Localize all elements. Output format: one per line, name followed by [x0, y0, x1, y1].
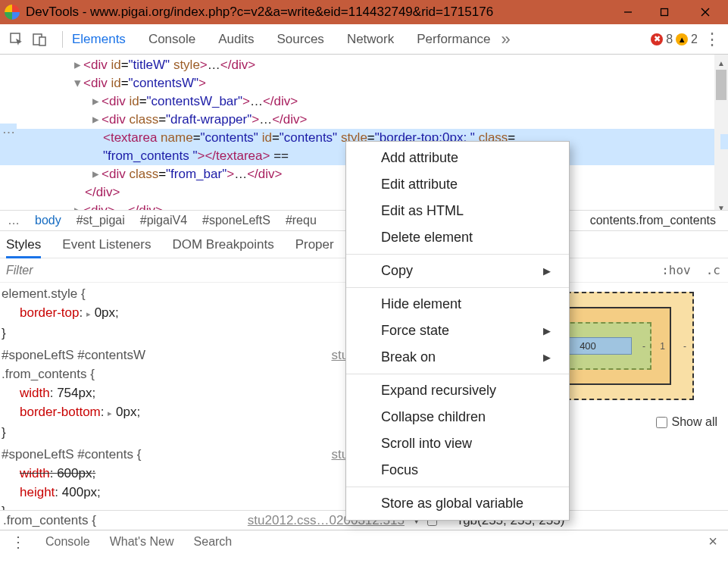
- elements-scrollbar[interactable]: ▲ ▼: [714, 55, 728, 210]
- context-menu-item[interactable]: Edit as HTML: [346, 198, 569, 224]
- crumb-item[interactable]: #sponeLeftS: [202, 214, 270, 227]
- tab-performance[interactable]: Performance: [417, 32, 490, 47]
- more-tabs-icon[interactable]: »: [501, 30, 511, 49]
- context-menu-item[interactable]: Copy▶: [346, 258, 569, 284]
- tab-audits[interactable]: Audits: [218, 32, 254, 47]
- context-menu-item[interactable]: Store as global variable: [346, 490, 569, 517]
- subtab-properties[interactable]: Proper: [295, 237, 334, 252]
- show-all-checkbox[interactable]: [656, 417, 667, 428]
- rule-selector[interactable]: element.style {: [2, 286, 86, 301]
- caret-down-icon[interactable]: ▾: [74, 74, 83, 92]
- tab-console[interactable]: Console: [148, 32, 195, 47]
- context-menu-item[interactable]: Force state▶: [346, 318, 569, 344]
- context-menu: Add attributeEdit attributeEdit as HTMLD…: [345, 141, 570, 521]
- subtab-event-listeners[interactable]: Event Listeners: [62, 237, 151, 252]
- drawer-close-icon[interactable]: ×: [708, 533, 717, 550]
- hov-toggle[interactable]: :hov: [654, 263, 698, 277]
- cls-toggle[interactable]: .c: [698, 263, 728, 277]
- context-menu-item[interactable]: Collapse children: [346, 404, 569, 430]
- svg-rect-6: [39, 37, 45, 45]
- crumb-body[interactable]: body: [35, 214, 61, 227]
- crumb-current[interactable]: contents.from_contents: [586, 214, 720, 227]
- context-menu-item[interactable]: Scroll into view: [346, 430, 569, 457]
- crumb-item[interactable]: #pigaiV4: [140, 214, 187, 227]
- context-menu-item[interactable]: Edit attribute: [346, 171, 569, 198]
- show-all-toggle[interactable]: Show all: [656, 415, 717, 429]
- caret-icon[interactable]: ▸: [92, 92, 102, 111]
- scroll-thumb[interactable]: [716, 70, 726, 100]
- tab-sources[interactable]: Sources: [277, 32, 324, 47]
- context-menu-item[interactable]: Delete element: [346, 224, 569, 251]
- close-button[interactable]: [683, 0, 728, 24]
- inspect-icon[interactable]: [8, 30, 26, 48]
- scroll-up-icon[interactable]: ▲: [716, 55, 726, 65]
- warning-icon: ▲: [676, 33, 688, 45]
- box-content: 400: [580, 340, 596, 352]
- tab-elements[interactable]: Elements: [72, 32, 126, 47]
- tab-network[interactable]: Network: [347, 32, 394, 47]
- context-menu-item[interactable]: Add attribute: [346, 145, 569, 171]
- gutter-dots: ⋯: [0, 124, 17, 142]
- devtools-toolbar: Elements Console Audits Sources Network …: [0, 24, 728, 55]
- context-menu-item[interactable]: Break on▶: [346, 344, 569, 371]
- submenu-arrow-icon: ▶: [543, 325, 551, 336]
- breadcrumb-overflow[interactable]: …: [8, 214, 20, 227]
- app-icon: [5, 5, 20, 20]
- drawer-tab-search[interactable]: Search: [194, 535, 233, 549]
- drawer-tabs: ⋮ Console What's New Search ×: [0, 530, 728, 552]
- warning-count: 2: [691, 33, 698, 46]
- context-menu-separator: [346, 287, 569, 288]
- scroll-down-icon[interactable]: ▼: [716, 199, 726, 210]
- issue-counter[interactable]: ✖ 8 ▲ 2: [651, 33, 698, 46]
- crumb-item[interactable]: #st_pigai: [77, 214, 125, 227]
- device-toggle-icon[interactable]: [30, 30, 48, 48]
- caret-icon[interactable]: ▸: [74, 202, 83, 210]
- crumb-item[interactable]: #requ: [286, 214, 317, 227]
- subtab-dom-breakpoints[interactable]: DOM Breakpoints: [172, 237, 273, 252]
- context-menu-item[interactable]: Hide element: [346, 291, 569, 318]
- caret-icon[interactable]: ▸: [92, 111, 102, 129]
- context-menu-separator: [346, 374, 569, 374]
- context-menu-separator: [346, 254, 569, 255]
- drawer-menu-icon[interactable]: ⋮: [11, 533, 26, 551]
- caret-icon[interactable]: ▸: [92, 165, 102, 183]
- panel-tabs: Elements Console Audits Sources Network …: [72, 32, 491, 47]
- context-menu-item[interactable]: Expand recursively: [346, 377, 569, 404]
- context-menu-item[interactable]: Focus: [346, 457, 569, 483]
- drawer-tab-console[interactable]: Console: [45, 535, 90, 549]
- error-count: 8: [666, 33, 673, 46]
- submenu-arrow-icon: ▶: [543, 352, 551, 363]
- window-title: DevTools - www.pigai.org/index.php?c=v2&…: [26, 5, 610, 20]
- error-icon: ✖: [651, 33, 663, 45]
- caret-icon[interactable]: ▸: [74, 56, 83, 74]
- window-titlebar: DevTools - www.pigai.org/index.php?c=v2&…: [0, 0, 728, 24]
- minimize-button[interactable]: [610, 0, 646, 24]
- subtab-styles[interactable]: Styles: [6, 237, 41, 258]
- kebab-menu-icon[interactable]: ⋮: [704, 30, 720, 49]
- drawer-tab-whatsnew[interactable]: What's New: [110, 535, 174, 549]
- context-menu-separator: [346, 487, 569, 487]
- submenu-arrow-icon: ▶: [543, 265, 551, 277]
- maximize-button[interactable]: [646, 0, 683, 24]
- minimap-highlight: [720, 134, 728, 149]
- svg-rect-1: [661, 9, 668, 16]
